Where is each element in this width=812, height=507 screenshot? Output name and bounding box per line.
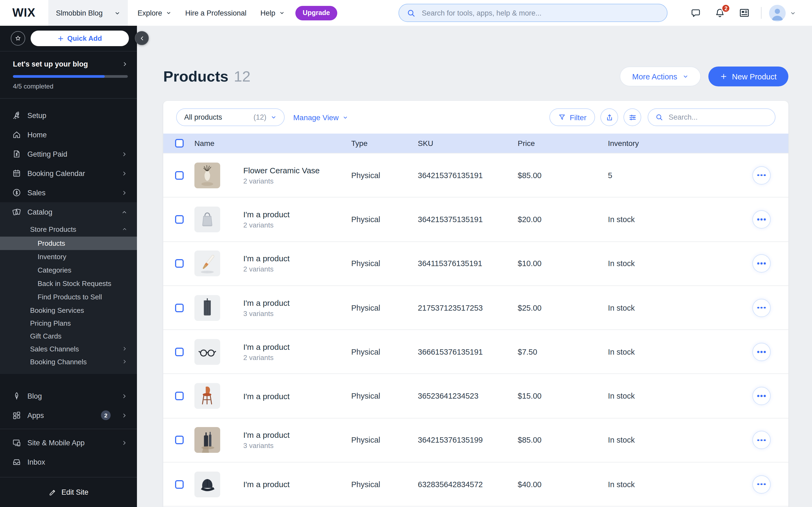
customize-columns-sliders-icon[interactable] [623, 108, 641, 126]
row-actions-button[interactable] [752, 254, 771, 273]
global-search-input[interactable] [421, 8, 660, 17]
notifications-bell-icon[interactable]: 2 [715, 7, 726, 18]
row-checkbox[interactable] [175, 348, 184, 356]
table-search-input[interactable] [667, 113, 768, 122]
favorites-star-icon[interactable] [11, 31, 25, 46]
sidebar-item-booking-channels[interactable]: Booking Channels [0, 355, 137, 368]
upgrade-button[interactable]: Upgrade [295, 6, 337, 20]
sidebar-item-setup[interactable]: Setup [0, 106, 137, 125]
product-price: $85.00 [518, 436, 608, 445]
row-actions-button[interactable] [752, 475, 771, 493]
sidebar-item-back-in-stock-requests[interactable]: Back in Stock Requests [0, 277, 137, 290]
view-filter-dropdown[interactable]: All products (12) [176, 108, 285, 126]
product-name[interactable]: I'm a product [243, 298, 351, 307]
sidebar-item-site-and-mobile-app[interactable]: Site & Mobile App [0, 433, 137, 452]
setup-card-title: Let's set up your blog [13, 60, 88, 68]
row-checkbox[interactable] [175, 171, 184, 179]
row-checkbox[interactable] [175, 480, 184, 489]
row-actions-button[interactable] [752, 298, 771, 317]
quick-add-label: Quick Add [67, 34, 102, 42]
sidebar-item-inbox[interactable]: Inbox [0, 452, 137, 471]
row-checkbox[interactable] [175, 436, 184, 445]
product-variants: 2 variants [243, 265, 351, 273]
filter-button[interactable]: Filter [549, 108, 595, 126]
pen-icon [11, 391, 21, 401]
product-name[interactable]: I'm a product [243, 431, 351, 440]
column-header-type[interactable]: Type [351, 139, 418, 148]
table-row[interactable]: I'm a product Physical 36523641234523 $1… [163, 374, 789, 418]
export-icon[interactable] [600, 108, 618, 126]
row-actions-button[interactable] [752, 431, 771, 449]
updates-feed-icon[interactable] [739, 7, 751, 19]
product-name[interactable]: I'm a product [243, 254, 351, 263]
site-selector[interactable]: Slmobbin Blog [48, 0, 128, 26]
table-row[interactable]: Flower Ceramic Vase 2 variants Physical … [163, 153, 789, 197]
chevron-right-icon [121, 393, 127, 399]
row-checkbox[interactable] [175, 215, 184, 224]
sidebar-item-sales-channels[interactable]: Sales Channels [0, 342, 137, 355]
account-menu[interactable] [769, 5, 796, 21]
sidebar-item-pricing-plans[interactable]: Pricing Plans [0, 317, 137, 329]
product-name[interactable]: I'm a product [243, 480, 351, 489]
sidebar-item-booking-calendar[interactable]: Booking Calendar [0, 164, 137, 183]
sidebar-item-find-products-to-sell[interactable]: Find Products to Sell [0, 290, 137, 304]
sidebar-item-catalog[interactable]: Catalog [0, 202, 137, 222]
global-search[interactable] [399, 4, 668, 22]
column-header-name[interactable]: Name [194, 139, 351, 148]
row-actions-button[interactable] [752, 166, 771, 184]
sidebar-item-home[interactable]: Home [0, 125, 137, 144]
product-name[interactable]: I'm a product [243, 342, 351, 351]
table-row[interactable]: I'm a product 3 variants Physical 217537… [163, 285, 789, 330]
manage-view-dropdown[interactable]: Manage View [293, 113, 348, 121]
sidebar-item-label: Apps [28, 411, 95, 419]
sidebar-item-gift-cards[interactable]: Gift Cards [0, 329, 137, 342]
quick-add-button[interactable]: Quick Add [31, 31, 129, 46]
column-header-sku[interactable]: SKU [418, 139, 518, 148]
manage-view-label: Manage View [293, 113, 339, 121]
sidebar-collapse-button[interactable] [135, 31, 149, 45]
table-row[interactable]: I'm a product 2 variants Physical 364115… [163, 241, 789, 285]
setup-progress-card[interactable]: Let's set up your blog 4/5 completed [0, 52, 137, 99]
column-header-inventory[interactable]: Inventory [608, 139, 752, 148]
sidebar-item-products[interactable]: Products [0, 237, 137, 250]
table-row[interactable]: I'm a product 2 variants Physical 366615… [163, 329, 789, 374]
table-toolbar: All products (12) Manage View Filter [163, 101, 789, 133]
sidebar-item-sales[interactable]: Sales [0, 183, 137, 202]
table-row[interactable]: I'm a product 3 variants Physical 364215… [163, 418, 789, 462]
sidebar-item-inventory[interactable]: Inventory [0, 250, 137, 264]
nav-hire-a-professional[interactable]: Hire a Professional [185, 9, 247, 17]
product-name[interactable]: I'm a product [243, 391, 351, 400]
sidebar-item-label: Booking Channels [30, 357, 122, 365]
sidebar-item-categories[interactable]: Categories [0, 264, 137, 277]
row-checkbox[interactable] [175, 259, 184, 268]
more-actions-button[interactable]: More Actions [620, 66, 701, 87]
sidebar-item-store-products[interactable]: Store Products [0, 222, 137, 237]
sidebar-item-booking-services[interactable]: Booking Services [0, 304, 137, 317]
new-product-button[interactable]: New Product [708, 66, 789, 87]
edit-site-button[interactable]: Edit Site [0, 477, 137, 507]
home-icon [11, 130, 21, 139]
chat-icon[interactable] [690, 7, 702, 18]
sidebar-item-apps[interactable]: Apps 2 [0, 406, 137, 425]
row-actions-button[interactable] [752, 210, 771, 229]
sidebar-item-blog[interactable]: Blog [0, 386, 137, 406]
row-actions-button[interactable] [752, 387, 771, 405]
sidebar-item-getting-paid[interactable]: Getting Paid [0, 144, 137, 164]
table-row[interactable]: I'm a product Physical 632835642834572 $… [163, 462, 789, 506]
nav-help[interactable]: Help [260, 9, 285, 17]
table-search[interactable] [648, 108, 775, 126]
sidebar: Quick Add Let's set up your blog 4/5 com… [0, 26, 137, 507]
select-all-checkbox[interactable] [175, 139, 184, 148]
table-header-row: Name Type SKU Price Inventory [163, 133, 789, 153]
chevron-right-icon [121, 170, 127, 176]
product-sku: 364215376135191 [418, 171, 518, 179]
row-actions-button[interactable] [752, 343, 771, 361]
nav-explore[interactable]: Explore [138, 9, 171, 17]
row-checkbox[interactable] [175, 303, 184, 312]
table-row[interactable]: I'm a product 2 variants Physical 364215… [163, 197, 789, 241]
product-inventory: In stock [608, 259, 752, 268]
row-checkbox[interactable] [175, 392, 184, 400]
column-header-price[interactable]: Price [518, 139, 608, 148]
product-name[interactable]: Flower Ceramic Vase [243, 166, 351, 175]
product-name[interactable]: I'm a product [243, 210, 351, 219]
